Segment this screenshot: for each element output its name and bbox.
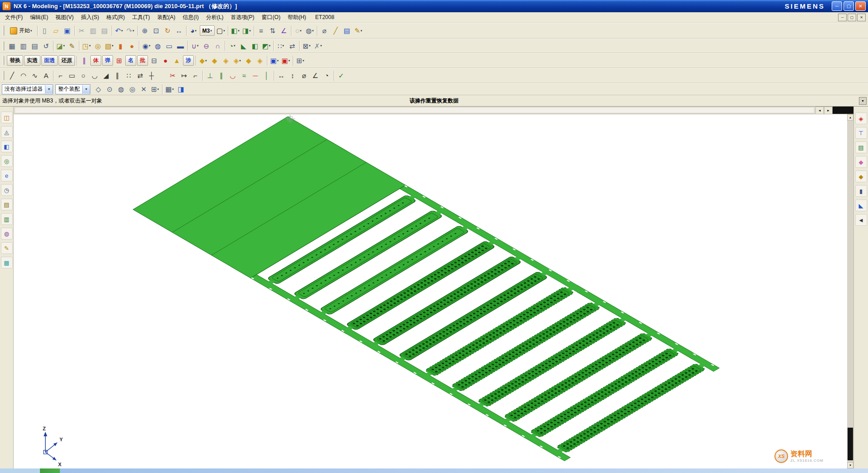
- save-button[interactable]: ▣: [62, 25, 73, 36]
- pattern-feature-button[interactable]: ∷▾: [276, 40, 286, 51]
- internet-explorer-button[interactable]: e: [1, 170, 13, 181]
- model-canvas[interactable]: Z Y X: [14, 114, 847, 468]
- graphics-window[interactable]: Z Y X XS 资料网 ZL.X51616.COM: [14, 114, 847, 468]
- extrude-button[interactable]: ◳▾: [81, 40, 92, 51]
- restore-button[interactable]: 还原: [59, 55, 75, 66]
- selection-scope-combo[interactable]: 整个装配 ▼: [55, 84, 90, 94]
- constraint-perpendicular-button[interactable]: ⊥: [205, 70, 215, 81]
- sketch-spline-button[interactable]: ∿: [30, 70, 40, 81]
- new-button[interactable]: ▯: [39, 25, 50, 36]
- layer-settings-button[interactable]: ≡: [256, 25, 266, 36]
- reuse-library-button[interactable]: ◎: [1, 155, 13, 167]
- chamfer-button[interactable]: ◣: [238, 40, 249, 51]
- synchronous-modeling-button[interactable]: ⊠▾: [301, 40, 312, 51]
- snap-endpoint-button[interactable]: ⊙: [104, 84, 115, 95]
- column-display-button[interactable]: ∥: [79, 55, 89, 66]
- key-button[interactable]: ◈: [855, 112, 867, 124]
- process-studio-button[interactable]: ▥: [1, 213, 13, 225]
- rotate-view-button[interactable]: ↻: [163, 25, 173, 36]
- open-button[interactable]: ▱: [51, 25, 61, 36]
- selection-filter-combo[interactable]: 没有选择过滤器 ▼: [2, 84, 53, 94]
- dim-vertical-button[interactable]: ↕: [287, 70, 298, 81]
- tooling-tool-button[interactable]: ◣: [855, 200, 867, 211]
- constraint-navigator-button[interactable]: ◬: [1, 126, 13, 138]
- constraint-parallel-button[interactable]: ∥: [216, 70, 227, 81]
- select-menu-button[interactable]: ▦▾: [164, 84, 175, 95]
- pocket-button[interactable]: ▭: [164, 40, 174, 51]
- snap-general-button[interactable]: ◇: [93, 84, 104, 95]
- sketch-text-button[interactable]: A: [41, 70, 51, 81]
- sketch-rectangle-button[interactable]: ▭: [67, 70, 77, 81]
- block-button[interactable]: ▧▾: [104, 40, 114, 51]
- sketch-button[interactable]: ✎: [67, 40, 77, 51]
- sphere-button[interactable]: ●: [127, 40, 137, 51]
- pad-button[interactable]: ▬: [175, 40, 186, 51]
- annotation-button[interactable]: ✎▾: [353, 25, 364, 36]
- edge-blend-button[interactable]: ◔▾: [227, 40, 237, 51]
- dim-linear-button[interactable]: ↔: [276, 70, 286, 81]
- link-blue-button[interactable]: ▣▾: [269, 55, 280, 66]
- snap-intersection-button[interactable]: ✕: [138, 84, 149, 95]
- show-hide-button[interactable]: ◌▾: [293, 25, 304, 36]
- menu-item-4[interactable]: 格式(R): [103, 12, 128, 23]
- solid-transparent-button[interactable]: 实透: [24, 55, 40, 66]
- red-point-tool-button[interactable]: ●: [160, 55, 171, 66]
- zoom-fit-button[interactable]: ⊡: [151, 25, 162, 36]
- cascade-windows-button[interactable]: ▦: [7, 40, 17, 51]
- dim-angle-button[interactable]: ∠: [310, 70, 321, 81]
- body-tool-button[interactable]: 体: [90, 55, 101, 66]
- constraint-horizontal-button[interactable]: ─: [250, 70, 261, 81]
- face-transparent-button[interactable]: 面透: [41, 55, 58, 66]
- pan-view-button[interactable]: ↔: [174, 25, 184, 36]
- menu-item-6[interactable]: 装配(A): [153, 12, 179, 23]
- scroll-up-button[interactable]: ▲: [847, 114, 853, 121]
- background-color-button[interactable]: ▢▾: [216, 25, 226, 36]
- sketch-profile-button[interactable]: ⌐: [55, 70, 66, 81]
- menu-item-8[interactable]: 分析(L): [202, 12, 227, 23]
- menu-item-1[interactable]: 编辑(E): [26, 12, 52, 23]
- carrier-rail-left[interactable]: [251, 274, 570, 461]
- collapse-panel-button[interactable]: ◄: [855, 214, 867, 226]
- quick-trim-button[interactable]: ✂: [168, 70, 178, 81]
- combo-arrow-icon[interactable]: ▼: [82, 85, 90, 93]
- history-button[interactable]: ◷: [1, 184, 13, 196]
- grid-tool-button[interactable]: ⊞: [114, 55, 124, 66]
- undo-button[interactable]: ↶▾: [114, 25, 124, 36]
- collapsed-pane[interactable]: [833, 107, 853, 114]
- tile-windows-button[interactable]: ▥: [18, 40, 29, 51]
- visible-layers-button[interactable]: ⇅: [267, 25, 278, 36]
- constraint-vertical-button[interactable]: │: [261, 70, 272, 81]
- dim-radius-button[interactable]: ◔: [321, 70, 332, 81]
- notes-button[interactable]: ▤: [855, 141, 867, 153]
- vertical-scrollbar[interactable]: ▲ ▼: [847, 114, 853, 468]
- intersect-button[interactable]: ∩: [212, 40, 223, 51]
- lock-4-button[interactable]: ◈: [255, 55, 265, 66]
- standard-parts-button[interactable]: ◆: [855, 171, 867, 182]
- vertical-scrollbar-thumb[interactable]: [848, 428, 853, 460]
- datum-plane-button[interactable]: ◪▾: [55, 40, 66, 51]
- hole-button[interactable]: ◉▾: [141, 40, 152, 51]
- sketch-chamfer-button[interactable]: ◢: [101, 70, 111, 81]
- edit-object-display-button[interactable]: ◍▾: [305, 25, 315, 36]
- mdi-minimize-button[interactable]: ─: [838, 14, 847, 21]
- sketch-point-button[interactable]: ┼: [146, 70, 157, 81]
- shield-2-button[interactable]: ◈▾: [232, 55, 242, 66]
- part-family-button[interactable]: ◆: [855, 156, 867, 168]
- lock-1-button[interactable]: ◆▾: [198, 55, 208, 66]
- fasteners-button[interactable]: ▮: [855, 185, 867, 197]
- start-button[interactable]: 开始▾: [7, 25, 35, 36]
- shell-button[interactable]: ◧: [250, 40, 260, 51]
- scroll-left-button[interactable]: ◄: [815, 107, 824, 114]
- menu-item-11[interactable]: 帮助(H): [284, 12, 310, 23]
- unite-button[interactable]: ∪▾: [190, 40, 200, 51]
- assembly-navigator-button[interactable]: ◫: [1, 112, 13, 123]
- minimize-button[interactable]: ─: [832, 1, 842, 11]
- zoom-in-button[interactable]: ⊕: [140, 25, 150, 36]
- redo-button[interactable]: ↷▾: [125, 25, 136, 36]
- roles-button[interactable]: ✎: [1, 242, 13, 254]
- system-scenes-button[interactable]: ▩: [1, 257, 13, 268]
- drafting-tool-button[interactable]: ⊤: [855, 127, 867, 139]
- make-corner-button[interactable]: ⌐: [190, 70, 201, 81]
- quick-extend-button[interactable]: ↦: [179, 70, 189, 81]
- interference-tool-button[interactable]: 涉: [183, 55, 194, 66]
